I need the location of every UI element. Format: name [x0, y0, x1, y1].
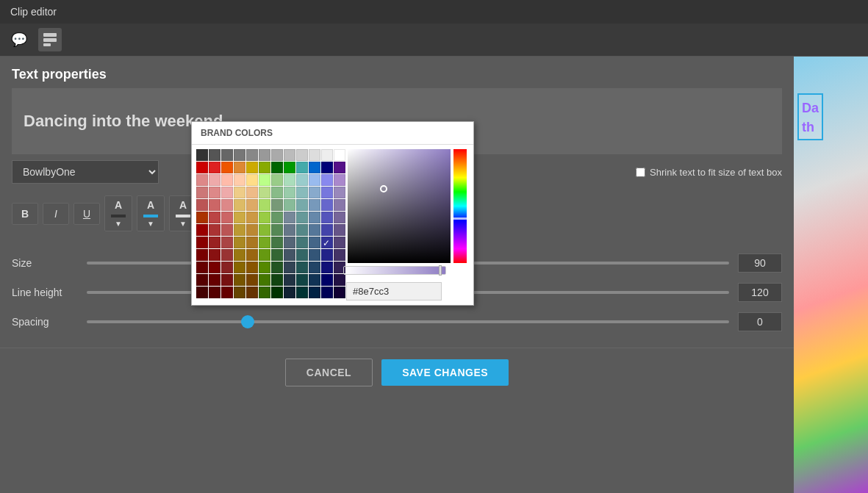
color-swatch[interactable] [334, 224, 345, 236]
color-swatch[interactable] [334, 249, 345, 261]
color-swatch[interactable] [196, 237, 208, 248]
color-swatch[interactable] [259, 224, 270, 236]
color-swatch[interactable] [284, 237, 295, 248]
color-swatch[interactable] [196, 287, 208, 298]
hue-strip[interactable] [453, 149, 467, 263]
color-swatch[interactable] [209, 237, 220, 248]
color-swatch[interactable] [209, 249, 220, 261]
color-swatch[interactable] [221, 162, 233, 173]
color-swatch[interactable] [234, 162, 245, 173]
color-swatch[interactable] [321, 237, 333, 248]
color-swatch[interactable] [246, 199, 258, 211]
color-swatch[interactable] [196, 274, 208, 286]
color-swatch[interactable] [309, 187, 320, 198]
color-swatch[interactable] [296, 249, 308, 261]
color-swatch[interactable] [221, 262, 233, 273]
hex-input[interactable] [346, 282, 442, 301]
color-swatch[interactable] [309, 287, 320, 298]
color-swatch[interactable] [296, 199, 308, 211]
color-swatch[interactable] [284, 287, 295, 298]
bold-button[interactable]: B [12, 203, 38, 225]
color-swatch[interactable] [221, 212, 233, 223]
color-swatch[interactable] [234, 199, 245, 211]
color-swatch[interactable] [259, 212, 270, 223]
color-swatch[interactable] [334, 162, 345, 173]
color-swatch[interactable] [271, 287, 283, 298]
shrink-checkbox[interactable] [636, 168, 645, 177]
color-swatch[interactable] [259, 262, 270, 273]
color-swatch[interactable] [271, 162, 283, 173]
color-swatch[interactable] [321, 162, 333, 173]
spacing-slider-track[interactable] [87, 320, 729, 323]
color-swatch[interactable] [246, 149, 258, 161]
spacing-value[interactable] [738, 312, 782, 331]
color-swatch[interactable] [246, 249, 258, 261]
color-swatch[interactable] [296, 274, 308, 286]
color-swatch[interactable] [221, 224, 233, 236]
color-swatch[interactable] [246, 262, 258, 273]
color-swatch[interactable] [209, 262, 220, 273]
color-swatch[interactable] [196, 262, 208, 273]
color-swatch[interactable] [221, 149, 233, 161]
cancel-button[interactable]: CANCEL [285, 359, 373, 386]
color-swatch[interactable] [209, 199, 220, 211]
color-swatch[interactable] [309, 274, 320, 286]
color-swatch[interactable] [246, 274, 258, 286]
color-swatch[interactable] [196, 174, 208, 186]
color-swatch[interactable] [334, 212, 345, 223]
color-swatch[interactable] [296, 174, 308, 186]
color-swatch[interactable] [271, 274, 283, 286]
color-swatch[interactable] [221, 174, 233, 186]
color-swatch[interactable] [246, 237, 258, 248]
color-swatch[interactable] [196, 199, 208, 211]
color-swatch[interactable] [271, 212, 283, 223]
color-swatch[interactable] [234, 287, 245, 298]
color-swatch[interactable] [234, 237, 245, 248]
color-swatch[interactable] [259, 149, 270, 161]
tab-layers[interactable] [38, 28, 62, 51]
color-swatch[interactable] [209, 187, 220, 198]
color-swatch[interactable] [234, 224, 245, 236]
color-swatch[interactable] [284, 212, 295, 223]
text-color-button[interactable]: A ▼ [104, 195, 132, 231]
color-swatch[interactable] [284, 162, 295, 173]
line-height-value[interactable] [738, 283, 782, 302]
color-swatch[interactable] [196, 162, 208, 173]
color-swatch[interactable] [271, 262, 283, 273]
color-swatch[interactable] [234, 274, 245, 286]
color-swatch[interactable] [296, 287, 308, 298]
color-swatch[interactable] [334, 199, 345, 211]
color-swatch[interactable] [196, 187, 208, 198]
color-swatch[interactable] [284, 262, 295, 273]
color-swatch[interactable] [259, 237, 270, 248]
color-swatch[interactable] [246, 287, 258, 298]
color-swatch[interactable] [296, 212, 308, 223]
color-swatch[interactable] [296, 262, 308, 273]
color-swatch[interactable] [271, 174, 283, 186]
color-swatch[interactable] [196, 149, 208, 161]
color-swatch[interactable] [271, 187, 283, 198]
color-swatch[interactable] [309, 199, 320, 211]
color-swatch[interactable] [309, 262, 320, 273]
color-swatch[interactable] [334, 274, 345, 286]
color-swatch[interactable] [334, 287, 345, 298]
color-swatch[interactable] [234, 187, 245, 198]
color-swatch[interactable] [309, 237, 320, 248]
color-swatch[interactable] [234, 212, 245, 223]
color-swatch[interactable] [234, 249, 245, 261]
color-swatch[interactable] [321, 199, 333, 211]
size-value[interactable] [738, 253, 782, 273]
color-swatch[interactable] [284, 149, 295, 161]
gradient-box[interactable] [348, 149, 451, 263]
color-swatch[interactable] [309, 149, 320, 161]
color-swatch[interactable] [246, 174, 258, 186]
tab-chat[interactable]: 💬 [7, 28, 31, 51]
italic-button[interactable]: I [43, 203, 69, 225]
color-swatch[interactable] [309, 249, 320, 261]
color-swatch[interactable] [196, 224, 208, 236]
color-swatch[interactable] [209, 149, 220, 161]
color-swatch[interactable] [259, 174, 270, 186]
color-swatch[interactable] [321, 149, 333, 161]
color-swatch[interactable] [309, 162, 320, 173]
color-swatch[interactable] [309, 174, 320, 186]
